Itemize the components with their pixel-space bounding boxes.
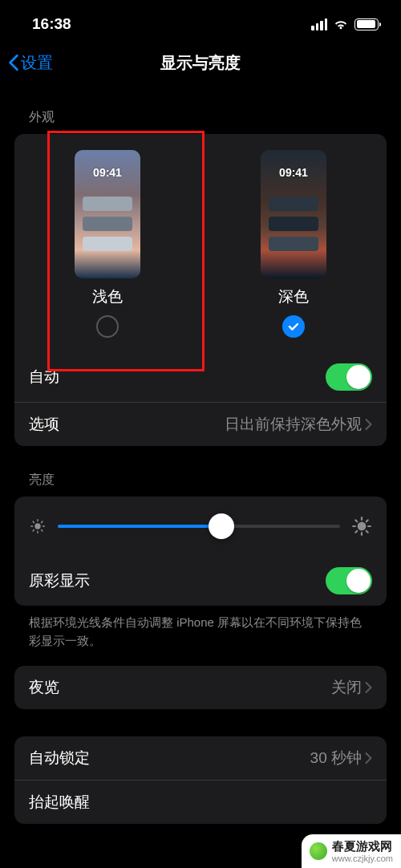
appearance-options-row[interactable]: 选项 日出前保持深色外观	[14, 402, 387, 446]
dark-preview: 09:41	[261, 150, 326, 278]
status-time: 16:38	[32, 15, 71, 33]
watermark-text: 春夏游戏网	[332, 839, 393, 854]
svg-line-17	[355, 531, 357, 533]
battery-icon	[354, 18, 379, 30]
appearance-option-light[interactable]: 09:41 浅色	[14, 150, 200, 338]
chevron-right-icon	[365, 418, 372, 431]
wifi-icon	[333, 18, 349, 30]
sun-small-icon	[29, 517, 47, 535]
light-label: 浅色	[92, 286, 123, 307]
nav-header: 设置 显示与亮度	[0, 42, 401, 83]
chevron-right-icon	[365, 752, 372, 765]
chevron-left-icon	[8, 54, 19, 71]
auto-appearance-switch[interactable]	[326, 363, 372, 391]
brightness-slider[interactable]	[58, 514, 340, 538]
auto-lock-row[interactable]: 自动锁定 30 秒钟	[14, 736, 387, 780]
svg-point-9	[358, 522, 367, 531]
night-shift-card: 夜览 关闭	[14, 666, 387, 709]
checkmark-icon	[287, 320, 300, 333]
brightness-header: 亮度	[0, 446, 401, 497]
preview-notifications	[83, 197, 132, 251]
watermark: 春夏游戏网 www.czjkjy.com	[302, 834, 401, 868]
preview-notifications	[269, 197, 318, 251]
brightness-slider-row	[14, 497, 387, 556]
svg-line-7	[42, 521, 43, 522]
appearance-picker: 09:41 浅色 09:41 深色	[14, 134, 387, 352]
truetone-switch[interactable]	[326, 567, 372, 594]
auto-label: 自动	[29, 367, 59, 387]
truetone-note: 根据环境光线条件自动调整 iPhone 屏幕以在不同环境下保持色彩显示一致。	[0, 606, 401, 656]
sun-large-icon	[351, 516, 372, 537]
status-bar: 16:38	[0, 0, 401, 42]
night-shift-label: 夜览	[29, 677, 59, 698]
brightness-card: 原彩显示	[14, 497, 387, 606]
appearance-header: 外观	[0, 83, 401, 134]
svg-point-0	[34, 523, 40, 529]
cellular-icon	[311, 18, 327, 30]
auto-appearance-row: 自动	[14, 352, 387, 402]
appearance-card: 09:41 浅色 09:41 深色 自动 选项 日出前保持深色外观	[14, 134, 387, 446]
svg-line-14	[355, 520, 357, 521]
slider-fill	[58, 525, 221, 528]
options-label: 选项	[29, 414, 59, 435]
svg-line-5	[33, 521, 34, 522]
svg-line-8	[33, 530, 34, 531]
auto-lock-label: 自动锁定	[29, 748, 90, 769]
watermark-url: www.czjkjy.com	[332, 854, 393, 863]
status-right	[311, 18, 379, 30]
options-value: 日出前保持深色外观	[225, 414, 362, 435]
svg-line-16	[367, 520, 368, 521]
svg-line-15	[367, 531, 368, 533]
back-button[interactable]: 设置	[8, 52, 53, 74]
light-radio[interactable]	[96, 315, 119, 338]
truetone-row: 原彩显示	[14, 556, 387, 606]
back-label: 设置	[21, 52, 53, 74]
lock-card: 自动锁定 30 秒钟 抬起唤醒	[14, 736, 387, 824]
svg-line-6	[42, 530, 43, 531]
night-shift-row[interactable]: 夜览 关闭	[14, 666, 387, 709]
chevron-right-icon	[365, 681, 372, 694]
auto-lock-value: 30 秒钟	[310, 748, 362, 769]
preview-time: 09:41	[75, 166, 140, 179]
preview-time: 09:41	[261, 166, 326, 179]
raise-to-wake-label: 抬起唤醒	[29, 792, 90, 813]
slider-thumb[interactable]	[209, 513, 234, 539]
light-preview: 09:41	[75, 150, 140, 278]
watermark-logo-icon	[310, 842, 327, 860]
truetone-label: 原彩显示	[29, 570, 90, 591]
appearance-option-dark[interactable]: 09:41 深色	[200, 150, 387, 338]
dark-radio[interactable]	[282, 315, 305, 338]
page-title: 显示与亮度	[160, 52, 241, 74]
night-shift-value: 关闭	[331, 677, 362, 698]
raise-to-wake-row: 抬起唤醒	[14, 780, 387, 824]
dark-label: 深色	[278, 286, 309, 307]
